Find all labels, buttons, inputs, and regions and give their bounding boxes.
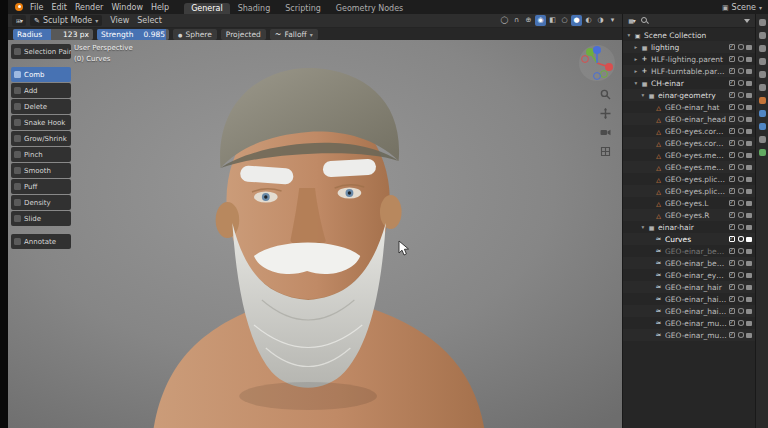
editor-type-icon[interactable] (12, 15, 26, 26)
tool-button[interactable]: Density (11, 195, 71, 210)
3d-viewport[interactable]: Sculpt Mode ViewSelect ◯ ∩ ⊕ ◉ (8, 14, 622, 428)
disable-render-icon[interactable] (746, 213, 752, 218)
tool-button[interactable]: Puff (11, 179, 71, 194)
move-view-icon[interactable] (599, 107, 611, 119)
menu-item[interactable]: View (106, 16, 133, 25)
disable-render-icon[interactable] (746, 93, 752, 98)
selectable-checkbox[interactable] (729, 92, 735, 98)
sphere-brush-button[interactable]: Sphere (173, 29, 217, 40)
shading-wireframe-icon[interactable]: ○ (559, 15, 570, 26)
selectable-checkbox[interactable] (729, 44, 735, 50)
disable-render-icon[interactable] (746, 321, 752, 326)
disable-render-icon[interactable] (746, 45, 752, 50)
hide-viewport-icon[interactable] (738, 68, 744, 74)
outliner-row[interactable]: GEO-eyes.R (623, 209, 755, 221)
modifier-properties-icon[interactable] (759, 110, 766, 117)
hide-viewport-icon[interactable] (738, 224, 744, 230)
hide-viewport-icon[interactable] (738, 44, 744, 50)
tool-button[interactable]: Slide (11, 211, 71, 226)
shading-dropdown-icon[interactable]: ▾ (607, 15, 618, 26)
outliner-row[interactable]: GEO-einar_beard.messy (623, 257, 755, 269)
hide-viewport-icon[interactable] (738, 164, 744, 170)
search-icon[interactable] (640, 16, 649, 25)
disable-render-icon[interactable] (746, 177, 752, 182)
hide-viewport-icon[interactable] (738, 200, 744, 206)
expand-toggle[interactable]: ▸ (632, 68, 640, 74)
disable-render-icon[interactable] (746, 309, 752, 314)
selectable-checkbox[interactable] (729, 140, 735, 146)
shading-rendered-icon[interactable]: ◑ (595, 15, 606, 26)
workspace-tab[interactable]: General (184, 3, 230, 14)
outliner-row[interactable]: GEO-einar_hair_ears (623, 305, 755, 317)
outliner-row[interactable]: ▸ HLF-lighting.parent (623, 53, 755, 65)
hide-viewport-icon[interactable] (738, 140, 744, 146)
workspace-tab[interactable]: Scripting (278, 3, 328, 14)
disable-render-icon[interactable] (746, 297, 752, 302)
scene-selector[interactable]: Scene (722, 3, 764, 12)
hide-viewport-icon[interactable] (738, 260, 744, 266)
physics-properties-icon[interactable] (759, 136, 766, 143)
hide-viewport-icon[interactable] (738, 284, 744, 290)
strength-slider[interactable]: Strength 0.985 (97, 29, 169, 40)
selectable-checkbox[interactable] (729, 296, 735, 302)
viewport-canvas[interactable]: User Perspective (0) Curves Selection Pa… (8, 40, 622, 428)
hide-viewport-icon[interactable] (738, 236, 744, 242)
render-properties-icon[interactable] (759, 32, 766, 39)
projected-toggle[interactable]: Projected (221, 29, 266, 40)
disable-render-icon[interactable] (746, 201, 752, 206)
shading-material-icon[interactable]: ◐ (583, 15, 594, 26)
object-properties-icon[interactable] (759, 97, 766, 104)
outliner-row[interactable]: GEO-eyes.meniscus.L (623, 149, 755, 161)
tool-button[interactable]: Pinch (11, 147, 71, 162)
disable-render-icon[interactable] (746, 81, 752, 86)
proportional-edit-icon[interactable]: ◯ (499, 15, 510, 26)
selectable-checkbox[interactable] (729, 332, 735, 338)
hide-viewport-icon[interactable] (738, 56, 744, 62)
disable-render-icon[interactable] (746, 117, 752, 122)
selectable-checkbox[interactable] (729, 308, 735, 314)
outliner-row[interactable]: GEO-einar_mustache.messy (623, 329, 755, 341)
expand-toggle[interactable]: ▾ (625, 32, 633, 38)
disable-render-icon[interactable] (746, 165, 752, 170)
outliner-row[interactable]: ▾ CH-einar (623, 77, 755, 89)
disable-render-icon[interactable] (746, 333, 752, 338)
object-data-properties-icon[interactable] (759, 149, 766, 156)
outliner-row[interactable]: GEO-eyes.plica_semilun.L (623, 173, 755, 185)
editor-type-icon[interactable] (627, 16, 636, 25)
hide-viewport-icon[interactable] (738, 92, 744, 98)
expand-toggle[interactable]: ▾ (632, 80, 640, 86)
outliner-row[interactable]: GEO-eyes.plica_semilun.R (623, 185, 755, 197)
hide-viewport-icon[interactable] (738, 212, 744, 218)
selectable-checkbox[interactable] (729, 152, 735, 158)
selectable-checkbox[interactable] (729, 116, 735, 122)
disable-render-icon[interactable] (746, 57, 752, 62)
selectable-checkbox[interactable] (729, 80, 735, 86)
selectable-checkbox[interactable] (729, 272, 735, 278)
selectable-checkbox[interactable] (729, 212, 735, 218)
menu-item[interactable]: Help (147, 3, 173, 12)
selectable-checkbox[interactable] (729, 188, 735, 194)
disable-render-icon[interactable] (746, 261, 752, 266)
hide-viewport-icon[interactable] (738, 272, 744, 278)
xray-toggle-icon[interactable]: ◧ (547, 15, 558, 26)
disable-render-icon[interactable] (746, 225, 752, 230)
world-properties-icon[interactable] (759, 84, 766, 91)
tool-button[interactable]: Annotate (11, 234, 71, 249)
menu-item[interactable]: Window (107, 3, 147, 12)
outliner-row[interactable]: ▾ einar-geometry (623, 89, 755, 101)
selectable-checkbox[interactable] (729, 284, 735, 290)
selectable-checkbox[interactable] (729, 68, 735, 74)
radius-slider[interactable]: Radius 123 px (13, 29, 93, 40)
tool-button[interactable]: Add (11, 83, 71, 98)
disable-render-icon[interactable] (746, 129, 752, 134)
zoom-icon[interactable] (599, 88, 611, 100)
filter-icon[interactable] (742, 16, 751, 25)
menu-item[interactable]: File (26, 3, 47, 12)
outliner-row[interactable]: GEO-eyes.meniscus.R (623, 161, 755, 173)
selectable-checkbox[interactable] (729, 164, 735, 170)
workspace-tab[interactable]: Geometry Nodes (329, 3, 410, 14)
outliner-row[interactable]: ▾ Scene Collection (623, 29, 755, 41)
selectable-checkbox[interactable] (729, 320, 735, 326)
hide-viewport-icon[interactable] (738, 296, 744, 302)
tool-button[interactable]: Comb (11, 67, 71, 82)
